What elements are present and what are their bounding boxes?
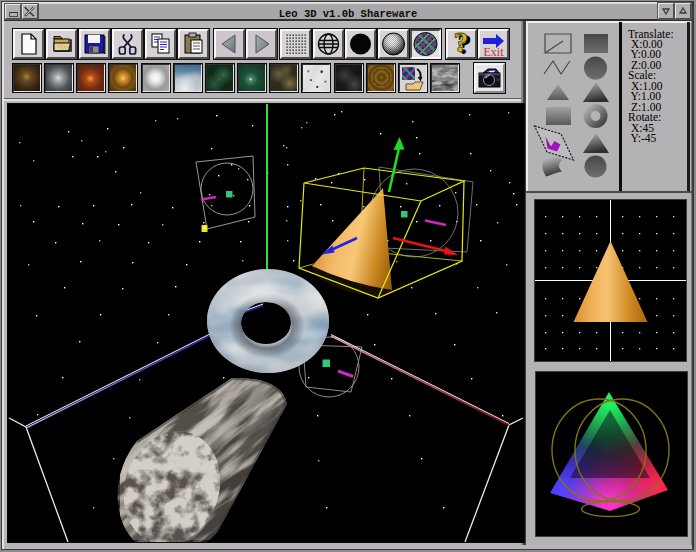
svg-text:Exit: Exit: [483, 45, 504, 58]
svg-text:?: ?: [453, 31, 468, 57]
